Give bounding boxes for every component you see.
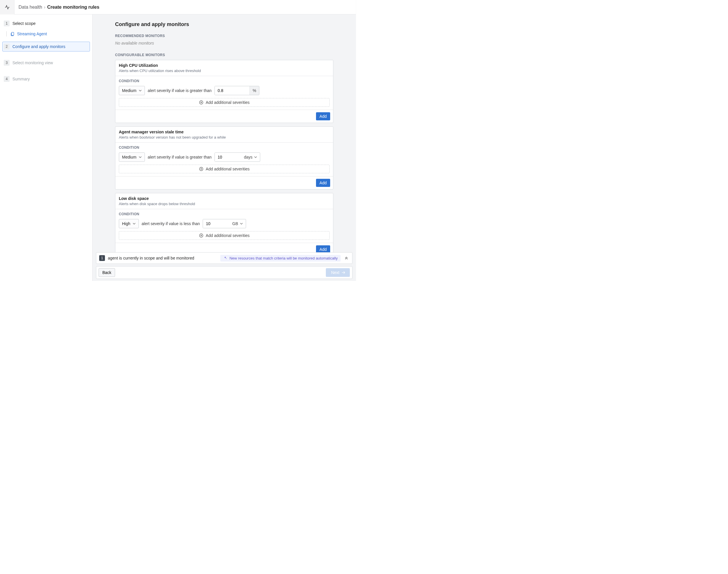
- svg-rect-0: [11, 32, 14, 36]
- monitor-card: Low disk space Alerts when disk space dr…: [115, 193, 333, 252]
- caret-down-icon: [139, 89, 142, 92]
- threshold-input-group: days: [215, 153, 261, 162]
- recommended-label: RECOMMENDED MONITORS: [115, 34, 333, 38]
- wizard-nav-bar: Back Next: [96, 266, 353, 279]
- severity-value: Medium: [122, 155, 136, 159]
- auto-monitor-pill: New resources that match criteria will b…: [220, 255, 340, 261]
- step-configure-monitors[interactable]: 2 Configure and apply monitors: [2, 42, 90, 51]
- monitor-desc: Alerts when disk space drops below thres…: [119, 202, 330, 206]
- step-summary[interactable]: 4 Summary: [2, 74, 90, 84]
- condition-label: CONDITION: [119, 79, 330, 83]
- recommended-empty: No available monitors: [115, 41, 333, 45]
- step-sub-label: Streaming Agent: [17, 32, 47, 36]
- add-severity-button[interactable]: Add additional severities: [119, 231, 330, 240]
- severity-select[interactable]: High: [119, 219, 139, 228]
- severity-select[interactable]: Medium: [119, 86, 145, 95]
- monitor-desc: Alerts when CPU utilization rises above …: [119, 69, 330, 73]
- step-select-view[interactable]: 3 Select monitoring view: [2, 58, 90, 68]
- scope-status-text: agent is currently in scope and will be …: [108, 256, 194, 260]
- condition-phrase: alert severity if value is less than: [142, 221, 200, 226]
- add-monitor-button[interactable]: Add: [316, 179, 330, 187]
- add-severity-label: Add additional severities: [206, 100, 250, 105]
- expand-button[interactable]: [344, 255, 349, 261]
- monitor-card: High CPU Utilization Alerts when CPU uti…: [115, 60, 333, 123]
- next-button[interactable]: Next: [326, 268, 350, 277]
- caret-down-icon: [240, 222, 243, 225]
- scope-count-badge: 1: [99, 255, 105, 261]
- caret-down-icon: [254, 156, 257, 159]
- threshold-input[interactable]: [215, 86, 249, 95]
- back-button[interactable]: Back: [99, 268, 115, 277]
- monitor-title: Agent manager version stale time: [119, 130, 330, 134]
- monitor-card: Agent manager version stale time Alerts …: [115, 126, 333, 190]
- breadcrumb-parent[interactable]: Data health: [18, 5, 42, 10]
- step-label: Configure and apply monitors: [12, 44, 65, 49]
- breadcrumb-current: Create monitoring rules: [47, 5, 99, 10]
- severity-select[interactable]: Medium: [119, 153, 145, 162]
- sparkle-icon: [223, 256, 227, 260]
- condition-label: CONDITION: [119, 146, 330, 150]
- auto-monitor-text: New resources that match criteria will b…: [230, 256, 338, 260]
- arrow-right-icon: [341, 270, 346, 275]
- chevron-right-icon: ›: [44, 5, 45, 10]
- step-label: Select monitoring view: [12, 60, 53, 65]
- main-panel: Configure and apply monitors RECOMMENDED…: [93, 14, 356, 281]
- monitor-desc: Alerts when bootvisor version has not be…: [119, 135, 330, 139]
- page-title: Configure and apply monitors: [115, 22, 333, 28]
- condition-label: CONDITION: [119, 212, 330, 216]
- step-number: 3: [4, 60, 9, 66]
- clipboard-icon: [10, 32, 15, 36]
- step-scope-sub[interactable]: Streaming Agent: [2, 31, 90, 37]
- caret-down-icon: [133, 222, 136, 225]
- next-label: Next: [331, 270, 339, 275]
- add-severity-button[interactable]: Add additional severities: [119, 98, 330, 107]
- main-scroll[interactable]: Configure and apply monitors RECOMMENDED…: [93, 14, 356, 252]
- severity-value: Medium: [122, 88, 136, 93]
- step-number: 4: [4, 76, 9, 82]
- add-monitor-button[interactable]: Add: [316, 112, 330, 120]
- plus-circle-icon: [199, 100, 203, 105]
- step-number: 1: [4, 20, 9, 26]
- configurable-label: CONFIGURABLE MONITORS: [115, 53, 333, 57]
- threshold-input[interactable]: [215, 153, 241, 161]
- condition-phrase: alert severity if value is greater than: [148, 88, 212, 93]
- step-label: Select scope: [12, 21, 36, 26]
- add-severity-label: Add additional severities: [206, 233, 250, 238]
- unit-value: days: [244, 155, 253, 159]
- threshold-input[interactable]: [203, 219, 229, 228]
- threshold-input-group: %: [215, 86, 259, 95]
- plus-circle-icon: [199, 233, 203, 238]
- condition-phrase: alert severity if value is greater than: [148, 155, 212, 159]
- severity-value: High: [122, 221, 130, 226]
- monitor-title: Low disk space: [119, 196, 330, 201]
- unit-label: %: [249, 86, 259, 95]
- pulse-icon: [5, 5, 10, 10]
- unit-select[interactable]: GB: [229, 219, 245, 228]
- caret-down-icon: [139, 156, 142, 159]
- wizard-sidebar: 1 Select scope Streaming Agent 2 Configu…: [0, 14, 93, 281]
- app-icon-box: [0, 0, 14, 14]
- plus-circle-icon: [199, 167, 203, 171]
- add-severity-button[interactable]: Add additional severities: [119, 165, 330, 173]
- unit-value: GB: [232, 221, 238, 226]
- tree-connector: [6, 31, 7, 36]
- add-severity-label: Add additional severities: [206, 167, 250, 171]
- unit-select[interactable]: days: [241, 153, 260, 161]
- step-label: Summary: [12, 77, 30, 81]
- app-header: Data health › Create monitoring rules: [0, 0, 356, 14]
- step-number: 2: [4, 44, 9, 49]
- step-select-scope[interactable]: 1 Select scope: [2, 18, 90, 28]
- chevron-double-up-icon: [344, 255, 349, 260]
- monitor-title: High CPU Utilization: [119, 63, 330, 68]
- threshold-input-group: GB: [203, 219, 246, 228]
- add-monitor-button[interactable]: Add: [316, 245, 330, 252]
- breadcrumb: Data health › Create monitoring rules: [14, 5, 99, 10]
- scope-status-bar: 1 agent is currently in scope and will b…: [96, 252, 353, 264]
